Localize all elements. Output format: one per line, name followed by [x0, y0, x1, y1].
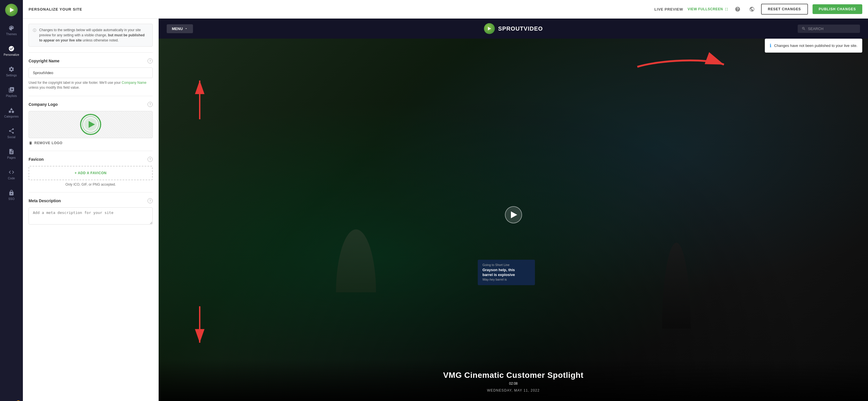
categories-icon: [8, 107, 14, 114]
overlay-panel-text-2: barrel is explosive: [482, 273, 530, 277]
site-search-input[interactable]: [808, 27, 856, 31]
social-label: Social: [7, 135, 16, 139]
fullscreen-icon: [724, 7, 728, 11]
live-preview-label: LIVE PREVIEW: [654, 7, 683, 11]
themes-icon: [8, 25, 14, 31]
logo-circle: [5, 4, 18, 16]
sidebar-item-sso[interactable]: SSO: [0, 185, 23, 205]
settings-icon: [8, 66, 14, 72]
sproutvideo-logo-preview: [79, 113, 102, 136]
play-triangle-icon: [511, 211, 517, 218]
copyright-help-icon[interactable]: ?: [148, 58, 153, 63]
logo-header: Company Logo ?: [29, 102, 153, 107]
help-icon: [735, 6, 741, 12]
topbar-icons: [733, 5, 756, 14]
reset-changes-button[interactable]: RESET CHANGES: [761, 4, 808, 14]
overlay-panel-text-3: Way-hey barrel is: [482, 277, 530, 281]
trash-icon: [29, 141, 33, 145]
video-info-bar: VMG Cinematic Customer Spotlight 02:08 W…: [159, 359, 868, 401]
overlay-panel: Going to Short Line Grayson help, this b…: [478, 260, 535, 285]
favicon-section: Favicon ? + ADD A FAVICON Only ICO, GIF,…: [29, 151, 153, 192]
brand-play-icon: [488, 27, 491, 30]
logo-title: Company Logo: [29, 102, 58, 107]
themes-label: Themes: [6, 33, 17, 36]
meta-help-icon[interactable]: ?: [148, 198, 153, 203]
info-banner: ⓘ Changes to the settings below will upd…: [29, 24, 153, 47]
settings-label: Settings: [6, 74, 17, 77]
site-nav: MENU SPROUTVIDEO: [159, 19, 868, 39]
sidebar-item-themes[interactable]: Themes: [0, 20, 23, 41]
topbar: PERSONALIZE YOUR SITE LIVE PREVIEW VIEW …: [23, 0, 868, 19]
remove-logo-button[interactable]: REMOVE LOGO: [29, 141, 63, 145]
page-title: PERSONALIZE YOUR SITE: [29, 7, 82, 11]
personalize-icon: [8, 45, 14, 52]
meta-description-section: Meta Description ?: [29, 192, 153, 232]
site-search: [798, 25, 860, 33]
favicon-helper-text: Only ICO, GIF, or PNG accepted.: [29, 183, 153, 186]
copyright-helper: Used for the copyright label in your sit…: [29, 81, 153, 90]
favicon-header: Favicon ?: [29, 157, 153, 162]
info-circle-icon: ⓘ: [33, 28, 36, 43]
view-fullscreen-button[interactable]: VIEW FULLSCREEN: [688, 7, 728, 11]
play-button[interactable]: [505, 206, 522, 223]
help-button[interactable]: [733, 5, 742, 14]
logo-upload-area[interactable]: [29, 111, 153, 138]
sidebar-item-social[interactable]: Social: [0, 123, 23, 144]
sidebar-item-personalize[interactable]: Personalize: [0, 41, 23, 61]
menu-chevron-icon: [184, 27, 188, 30]
sidebar-item-playlists[interactable]: Playlists: [0, 82, 23, 102]
code-icon: [8, 169, 14, 175]
globe-icon: [749, 6, 755, 12]
main-wrapper: PERSONALIZE YOUR SITE LIVE PREVIEW VIEW …: [23, 0, 868, 401]
sidebar-item-pages[interactable]: Pages: [0, 144, 23, 164]
site-menu-button[interactable]: MENU: [167, 24, 193, 33]
meta-header: Meta Description ?: [29, 198, 153, 203]
tooltip-message: Changes have not been published to your …: [774, 43, 858, 48]
globe-button[interactable]: [747, 5, 756, 14]
site-preview: MENU SPROUTVIDEO: [159, 19, 868, 401]
logo-help-icon[interactable]: ?: [148, 102, 153, 107]
favicon-title: Favicon: [29, 157, 44, 162]
company-name-link[interactable]: Company Name: [122, 81, 147, 85]
pages-icon: [8, 149, 14, 155]
sidebar-item-categories[interactable]: Categories: [0, 102, 23, 123]
sidebar-item-settings[interactable]: Settings: [0, 61, 23, 82]
meta-title: Meta Description: [29, 198, 61, 203]
favicon-help-icon[interactable]: ?: [148, 157, 153, 162]
playlists-icon: [8, 87, 14, 93]
sidebar-item-code[interactable]: Code: [0, 164, 23, 185]
playlists-label: Playlists: [6, 94, 17, 97]
sso-label: SSO: [8, 197, 14, 201]
logo-play-icon: [10, 8, 14, 12]
publish-changes-button[interactable]: PUBLISH CHANGES: [812, 4, 862, 14]
copyright-header: Copyright Name ?: [29, 58, 153, 63]
tooltip-info-icon: ℹ: [770, 43, 771, 48]
sidebar: Themes Personalize Settings Playlists Ca…: [0, 0, 23, 401]
brand-name: SPROUTVIDEO: [498, 26, 543, 32]
video-title: VMG Cinematic Customer Spotlight: [443, 371, 584, 380]
video-duration: 02:08: [507, 381, 520, 386]
personalize-label: Personalize: [4, 53, 19, 56]
overlay-panel-text-1: Grayson help, this: [482, 268, 530, 273]
overlay-panel-title: Going to Short Line: [482, 263, 530, 267]
site-brand: SPROUTVIDEO: [484, 23, 543, 34]
meta-description-input[interactable]: [29, 207, 153, 224]
copyright-name-input[interactable]: [29, 67, 153, 78]
brand-logo: [484, 23, 495, 34]
pages-label: Pages: [7, 156, 16, 159]
sso-icon: [8, 190, 14, 196]
code-label: Code: [8, 177, 15, 180]
favicon-upload-area[interactable]: + ADD A FAVICON: [29, 166, 153, 180]
preview-area: MENU SPROUTVIDEO: [159, 19, 868, 401]
info-text: Changes to the settings below will updat…: [39, 27, 148, 43]
content-area: ⓘ Changes to the settings below will upd…: [23, 19, 868, 401]
video-date: WEDNESDAY, MAY 11, 2022: [487, 389, 539, 393]
categories-label: Categories: [4, 115, 19, 118]
app-logo: [0, 0, 23, 20]
copyright-section: Copyright Name ? Used for the copyright …: [29, 52, 153, 96]
video-hero: Going to Short Line Grayson help, this b…: [159, 39, 868, 401]
copyright-title: Copyright Name: [29, 59, 59, 63]
search-icon: [802, 27, 806, 31]
favicon-add-label: + ADD A FAVICON: [74, 171, 106, 175]
settings-panel: ⓘ Changes to the settings below will upd…: [23, 19, 159, 401]
